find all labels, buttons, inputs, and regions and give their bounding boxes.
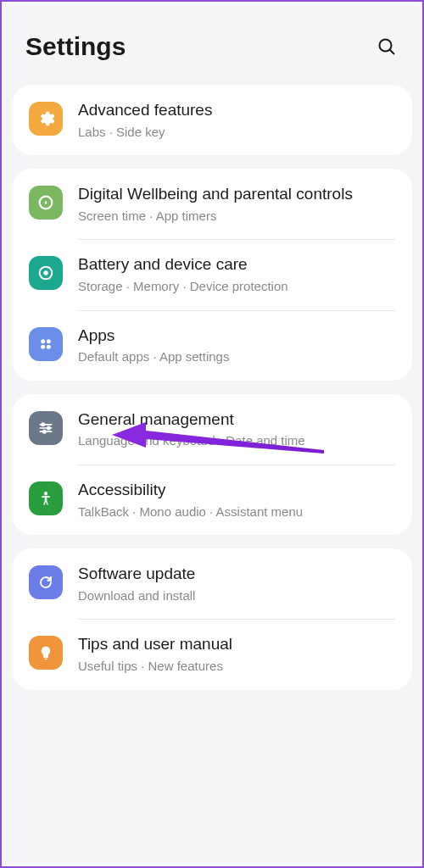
wellbeing-icon (29, 186, 63, 220)
search-icon (377, 36, 397, 57)
item-advanced-features[interactable]: Advanced features Labs · Side key (12, 85, 412, 155)
accessibility-icon (29, 481, 63, 515)
item-subtitle: Storage · Memory · Device protection (78, 278, 395, 295)
settings-header: Settings (2, 2, 422, 85)
item-battery-device-care[interactable]: Battery and device care Storage · Memory… (12, 239, 412, 309)
item-subtitle: Labs · Side key (78, 124, 395, 141)
item-software-update[interactable]: Software update Download and install (12, 548, 412, 619)
item-title: Battery and device care (78, 254, 395, 275)
gear-icon (29, 102, 63, 136)
battery-icon (29, 256, 63, 290)
item-subtitle: Download and install (78, 587, 395, 604)
item-subtitle: Screen time · App timers (78, 208, 395, 225)
item-title: Tips and user manual (78, 634, 395, 655)
settings-section: Digital Wellbeing and parental controls … (12, 169, 412, 381)
item-text: Apps Default apps · App settings (78, 326, 395, 365)
svg-point-12 (42, 423, 44, 426)
svg-point-5 (41, 339, 45, 343)
settings-section: Software update Download and install Tip… (12, 548, 412, 689)
item-text: Tips and user manual Useful tips · New f… (78, 634, 395, 674)
item-title: Advanced features (78, 100, 395, 121)
item-title: Software update (78, 564, 395, 585)
item-title: Apps (78, 326, 395, 347)
item-text: Battery and device care Storage · Memory… (78, 254, 395, 294)
svg-point-0 (380, 40, 392, 52)
item-subtitle: Useful tips · New features (78, 658, 395, 675)
svg-point-4 (43, 271, 48, 276)
item-subtitle: TalkBack · Mono audio · Assistant menu (78, 504, 395, 520)
search-button[interactable] (375, 35, 399, 58)
svg-point-15 (44, 492, 47, 495)
item-subtitle: Default apps · App settings (78, 348, 395, 365)
settings-section: General management Language and keyboard… (12, 394, 412, 535)
sliders-icon (29, 411, 63, 445)
item-accessibility[interactable]: Accessibility TalkBack · Mono audio · As… (12, 465, 412, 535)
svg-point-13 (47, 426, 50, 429)
item-tips-user-manual[interactable]: Tips and user manual Useful tips · New f… (12, 619, 412, 689)
item-text: Software update Download and install (78, 564, 395, 604)
svg-point-8 (47, 344, 51, 348)
item-digital-wellbeing[interactable]: Digital Wellbeing and parental controls … (12, 169, 412, 239)
item-text: Accessibility TalkBack · Mono audio · As… (78, 480, 395, 520)
update-icon (29, 565, 63, 599)
item-text: General management Language and keyboard… (78, 409, 395, 449)
svg-point-14 (43, 430, 46, 432)
svg-line-1 (390, 50, 394, 54)
item-general-management[interactable]: General management Language and keyboard… (12, 394, 412, 465)
page-title: Settings (25, 32, 126, 61)
item-title: Accessibility (78, 480, 395, 501)
tips-icon (29, 636, 63, 670)
item-title: Digital Wellbeing and parental controls (78, 184, 395, 205)
item-text: Advanced features Labs · Side key (78, 100, 395, 140)
settings-section: Advanced features Labs · Side key (12, 85, 412, 155)
svg-point-7 (41, 344, 45, 348)
svg-point-6 (47, 339, 51, 343)
item-subtitle: Language and keyboard · Date and time (78, 432, 395, 449)
item-title: General management (78, 409, 395, 431)
item-text: Digital Wellbeing and parental controls … (78, 184, 395, 224)
apps-icon (29, 327, 63, 361)
item-apps[interactable]: Apps Default apps · App settings (12, 310, 412, 381)
